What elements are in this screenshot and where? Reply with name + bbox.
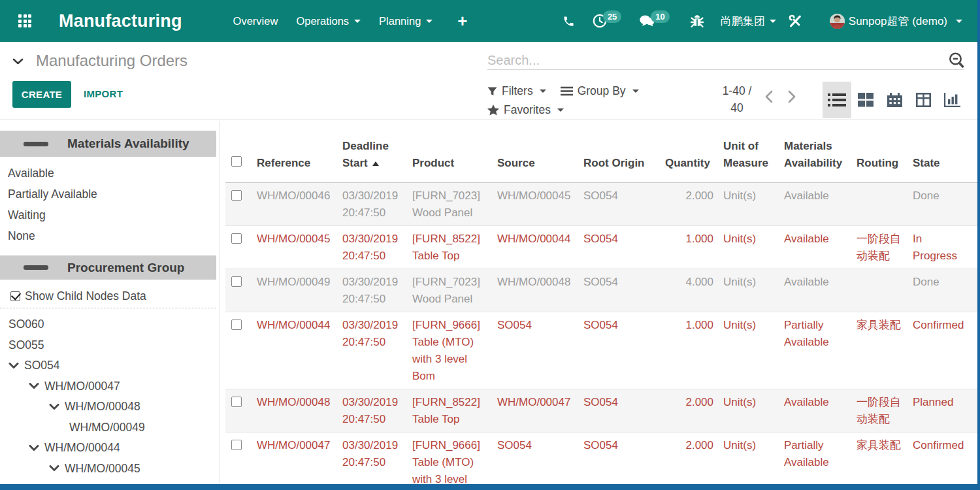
caret-down-icon <box>540 90 546 93</box>
search-input[interactable] <box>487 50 964 71</box>
select-all-checkbox[interactable] <box>231 156 242 167</box>
chevron-down-icon[interactable] <box>29 445 39 451</box>
cell-state: Done <box>906 269 977 312</box>
tree-item-so060[interactable]: SO060 <box>0 314 220 335</box>
chevron-down-icon[interactable] <box>29 383 39 389</box>
cell-materials: Available <box>777 183 849 226</box>
cell-deadline: 03/30/2019 20:47:50 <box>335 269 405 312</box>
cell-uom: Unit(s) <box>716 389 777 433</box>
chevron-down-icon[interactable] <box>49 465 59 472</box>
graph-view-icon <box>944 93 960 107</box>
settings-tools-button[interactable] <box>788 14 802 28</box>
table-row-wh-mo-00045[interactable]: WH/MO/0004503/30/2019 20:47:50[FURN_8522… <box>225 226 977 269</box>
voip-phone-button[interactable] <box>563 15 575 27</box>
cell-source: WH/MO/00045 <box>490 183 576 226</box>
favorites-dropdown[interactable]: Favorites <box>487 103 564 117</box>
table-row-wh-mo-00044[interactable]: WH/MO/0004403/30/2019 20:47:50[FURN_9666… <box>225 312 977 389</box>
cell-uom: Unit(s) <box>716 269 777 312</box>
cell-product: [FURN_9666] Table (MTO) with 3 level Bom <box>405 433 490 484</box>
row-checkbox-cell <box>225 183 250 226</box>
chevron-down-icon[interactable] <box>8 363 19 369</box>
cell-root_origin: SO054 <box>576 226 661 269</box>
tree-item-wh-mo-00047[interactable]: WH/MO/00047 <box>0 376 220 397</box>
search-area <box>487 50 964 71</box>
column-header-routing[interactable]: Routing <box>849 121 906 183</box>
search-icon[interactable] <box>948 52 965 73</box>
column-header-product[interactable]: Product <box>405 121 490 183</box>
wrench-icon <box>788 14 802 28</box>
group-by-dropdown[interactable]: Group By <box>561 84 639 98</box>
table-row-wh-mo-00049[interactable]: WH/MO/0004903/30/2019 20:47:50[FURN_7023… <box>225 269 977 312</box>
app-brand[interactable]: Manufacturing <box>59 11 182 31</box>
table-row-wh-mo-00046[interactable]: WH/MO/0004603/30/2019 20:47:50[FURN_7023… <box>225 183 977 226</box>
row-checkbox[interactable] <box>231 319 242 330</box>
show-child-nodes-checkbox[interactable] <box>10 291 20 301</box>
chevron-down-icon[interactable] <box>49 404 59 410</box>
menu-operations[interactable]: Operations <box>296 15 361 27</box>
table-row-wh-mo-00047[interactable]: WH/MO/0004703/30/2019 20:47:50[FURN_9666… <box>225 433 977 484</box>
import-button[interactable]: IMPORT <box>84 88 123 99</box>
column-header-quantity[interactable]: Quantity <box>661 121 716 183</box>
quick-add-icon[interactable]: + <box>457 14 467 27</box>
calendar-view-button[interactable] <box>880 82 909 118</box>
column-header-root_origin[interactable]: Root Origin <box>576 121 661 183</box>
message-count-badge: 10 <box>651 10 669 23</box>
activities-button[interactable]: 25 <box>593 14 621 28</box>
graph-view-button[interactable] <box>938 82 966 118</box>
table-header: ReferenceDeadline StartProductSourceRoot… <box>225 121 977 183</box>
sidebar-item-available[interactable]: Available <box>0 163 216 184</box>
group-by-icon <box>561 86 573 96</box>
sidebar-group-header-procurement-group[interactable]: Procurement Group <box>0 255 216 280</box>
column-header-source[interactable]: Source <box>490 121 576 183</box>
cell-routing <box>849 269 906 312</box>
messages-button[interactable]: 10 <box>639 14 669 28</box>
pager-next-button[interactable] <box>788 90 796 106</box>
tree-item-so055[interactable]: SO055 <box>0 335 220 356</box>
company-switcher[interactable]: 尚鹏集团 <box>721 14 776 29</box>
sidebar-item-none[interactable]: None <box>0 225 216 246</box>
column-header-state[interactable]: State <box>906 121 977 183</box>
column-header-reference[interactable]: Reference <box>250 121 335 183</box>
list-view-button[interactable] <box>823 82 851 118</box>
cell-deadline: 03/30/2019 20:47:50 <box>335 389 405 433</box>
tree-item-wh-mo-00044[interactable]: WH/MO/00044 <box>0 438 220 459</box>
tree-item-wh-mo-00049[interactable]: WH/MO/00049 <box>0 417 220 438</box>
orders-table: ReferenceDeadline StartProductSourceRoot… <box>225 121 977 483</box>
column-header-uom[interactable]: Unit of Measure <box>716 121 777 183</box>
bug-icon <box>691 14 704 28</box>
sidebar-item-partially-available[interactable]: Partially Available <box>0 184 216 204</box>
table-row-wh-mo-00048[interactable]: WH/MO/0004803/30/2019 20:47:50[FURN_8522… <box>225 389 977 433</box>
sidebar-item-waiting[interactable]: Waiting <box>0 204 216 225</box>
row-checkbox[interactable] <box>231 397 242 407</box>
create-button[interactable]: CREATE <box>12 81 71 108</box>
apps-menu-icon[interactable] <box>18 14 31 27</box>
row-checkbox[interactable] <box>231 190 242 201</box>
sidebar-group-header-materials-availability[interactable]: Materials Availability <box>0 131 216 157</box>
row-checkbox[interactable] <box>231 440 242 450</box>
pivot-view-button[interactable] <box>909 82 938 118</box>
debug-button[interactable] <box>691 14 704 28</box>
menu-overview[interactable]: Overview <box>233 15 278 27</box>
collapse-dash-icon <box>24 142 48 146</box>
row-checkbox-cell <box>225 389 250 433</box>
row-checkbox[interactable] <box>231 233 242 244</box>
cell-state: In Progress <box>906 226 977 269</box>
search-panel-sidebar: Materials AvailabilityAvailablePartially… <box>0 121 220 483</box>
row-checkbox[interactable] <box>231 276 242 287</box>
tree-item-so054[interactable]: SO054 <box>0 355 220 376</box>
cell-reference: WH/MO/00046 <box>250 183 335 226</box>
menu-label: Overview <box>233 15 278 27</box>
menu-planning[interactable]: Planning <box>379 15 433 27</box>
tree-item-wh-mo-00045[interactable]: WH/MO/00045 <box>0 459 220 480</box>
cell-reference: WH/MO/00047 <box>250 433 335 484</box>
breadcrumb-toggle-icon[interactable] <box>12 56 24 68</box>
filters-dropdown[interactable]: Filters <box>487 84 546 98</box>
show-child-nodes-checkbox-row[interactable]: Show Child Nodes Data <box>10 289 146 303</box>
cell-source: WH/MO/00048 <box>490 269 576 312</box>
kanban-view-button[interactable] <box>851 82 880 118</box>
pager-previous-button[interactable] <box>764 90 773 106</box>
user-menu[interactable]: Sunpop超管 (demo) <box>830 14 962 29</box>
column-header-deadline[interactable]: Deadline Start <box>335 121 405 183</box>
tree-item-wh-mo-00048[interactable]: WH/MO/00048 <box>0 397 220 417</box>
column-header-materials[interactable]: Materials Availability <box>777 121 849 183</box>
